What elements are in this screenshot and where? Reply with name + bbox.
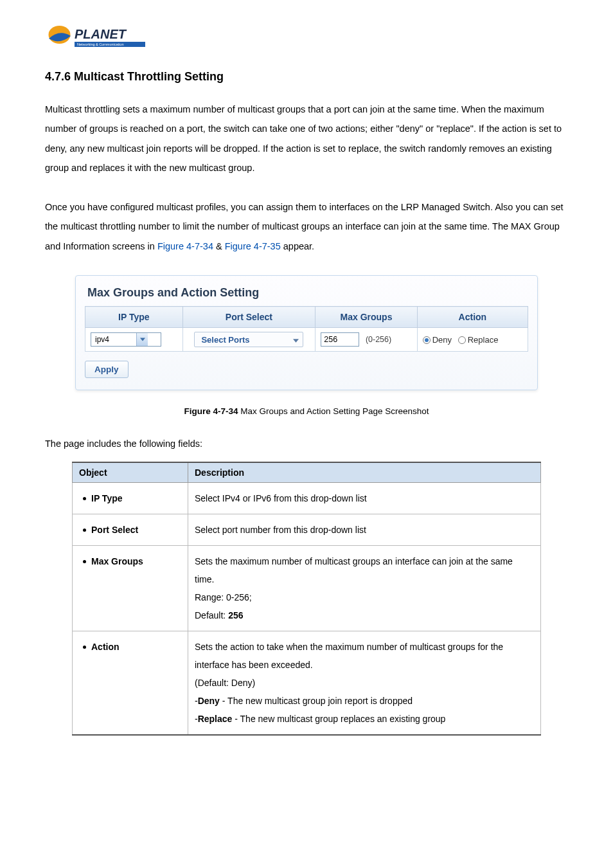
bullet-icon bbox=[83, 497, 86, 500]
spec-object: IP Type bbox=[91, 493, 123, 503]
desc-line: Sets the action to take when the maximum… bbox=[195, 642, 503, 652]
table-row: IP Type Select IPv4 or IPv6 from this dr… bbox=[73, 483, 541, 514]
logo: PLANET Networking & Communication bbox=[45, 19, 568, 57]
col-header-action: Action bbox=[417, 307, 528, 328]
ip-type-dropdown[interactable]: ipv4 bbox=[91, 332, 161, 347]
spec-object: Action bbox=[91, 642, 120, 652]
settings-panel: Max Groups and Action Setting IP Type Po… bbox=[75, 275, 538, 390]
figure-caption-text: Max Groups and Action Setting Page Scree… bbox=[238, 406, 429, 416]
spec-description: Select port number from this drop-down l… bbox=[188, 514, 541, 546]
spec-description: Sets the maximum number of multicast gro… bbox=[188, 546, 541, 631]
desc-line: time. bbox=[195, 574, 214, 584]
col-header-port-select: Port Select bbox=[182, 307, 315, 328]
ip-type-value: ipv4 bbox=[91, 335, 136, 344]
radio-icon bbox=[458, 336, 466, 344]
action-replace-radio[interactable]: Replace bbox=[458, 335, 499, 345]
table-row: Action Sets the action to take when the … bbox=[73, 631, 541, 736]
desc-line: Range: 0-256; bbox=[195, 592, 252, 602]
bullet-icon bbox=[83, 529, 86, 532]
action-deny-radio[interactable]: Deny bbox=[423, 335, 454, 345]
figure-link-2[interactable]: Figure 4-7-35 bbox=[225, 241, 281, 251]
spec-object: Max Groups bbox=[91, 556, 143, 566]
table-row: Max Groups Sets the maximum number of mu… bbox=[73, 546, 541, 631]
chevron-down-icon bbox=[136, 333, 148, 346]
desc-line: - The new multicast group join report is… bbox=[220, 696, 413, 706]
radio-label-deny: Deny bbox=[432, 335, 452, 345]
fields-intro-text: The page includes the following fields: bbox=[45, 439, 568, 449]
svg-text:Networking & Communication: Networking & Communication bbox=[77, 42, 123, 46]
figure-caption: Figure 4-7-34 Max Groups and Action Sett… bbox=[45, 406, 568, 416]
spec-table: Object Description IP Type Select IPv4 o… bbox=[72, 462, 541, 736]
figure-caption-number: Figure 4-7-34 bbox=[184, 406, 238, 416]
desc-bold: Deny bbox=[198, 696, 220, 706]
p2-text-post: appear. bbox=[281, 241, 314, 251]
bullet-icon bbox=[83, 560, 86, 563]
desc-line: Sets the maximum number of multicast gro… bbox=[195, 556, 513, 566]
col-header-max-groups: Max Groups bbox=[315, 307, 417, 328]
col-header-ip-type: IP Type bbox=[85, 307, 183, 328]
max-groups-hint: (0-256) bbox=[366, 335, 391, 344]
intro-paragraph-2: Once you have configured multicast profi… bbox=[45, 197, 568, 256]
spec-object: Port Select bbox=[91, 525, 138, 535]
spec-header-description: Description bbox=[188, 462, 541, 483]
bullet-icon bbox=[83, 646, 86, 649]
figure-link-1[interactable]: Figure 4-7-34 bbox=[157, 241, 213, 251]
planet-logo-svg: PLANET Networking & Communication bbox=[45, 19, 148, 55]
max-groups-input[interactable] bbox=[321, 332, 359, 347]
action-radio-group: Deny Replace bbox=[423, 335, 502, 345]
desc-line: interface has been exceeded. bbox=[195, 660, 313, 670]
desc-line: - The new multicast group replaces an ex… bbox=[232, 714, 445, 724]
intro-paragraph-1: Multicast throttling sets a maximum numb… bbox=[45, 100, 568, 178]
desc-line: (Default: Deny) bbox=[195, 678, 255, 688]
radio-label-replace: Replace bbox=[468, 335, 499, 345]
apply-button[interactable]: Apply bbox=[85, 361, 129, 378]
settings-form-table: IP Type Port Select Max Groups Action ip… bbox=[85, 306, 528, 352]
table-row: Port Select Select port number from this… bbox=[73, 514, 541, 546]
p2-text-mid: & bbox=[213, 241, 225, 251]
svg-text:PLANET: PLANET bbox=[75, 27, 127, 41]
chevron-down-icon bbox=[293, 335, 299, 345]
port-select-dropdown[interactable]: Select Ports bbox=[194, 332, 303, 347]
desc-bold: 256 bbox=[228, 610, 243, 620]
spec-header-object: Object bbox=[73, 462, 188, 483]
desc-line: Default: bbox=[195, 610, 228, 620]
spec-description: Sets the action to take when the maximum… bbox=[188, 631, 541, 736]
radio-icon bbox=[423, 336, 431, 344]
desc-bold: Replace bbox=[198, 714, 233, 724]
spec-description: Select IPv4 or IPv6 from this drop-down … bbox=[188, 483, 541, 514]
port-select-label: Select Ports bbox=[201, 335, 249, 345]
panel-title: Max Groups and Action Setting bbox=[87, 286, 528, 300]
section-heading: 4.7.6 Multicast Throttling Setting bbox=[45, 70, 568, 84]
